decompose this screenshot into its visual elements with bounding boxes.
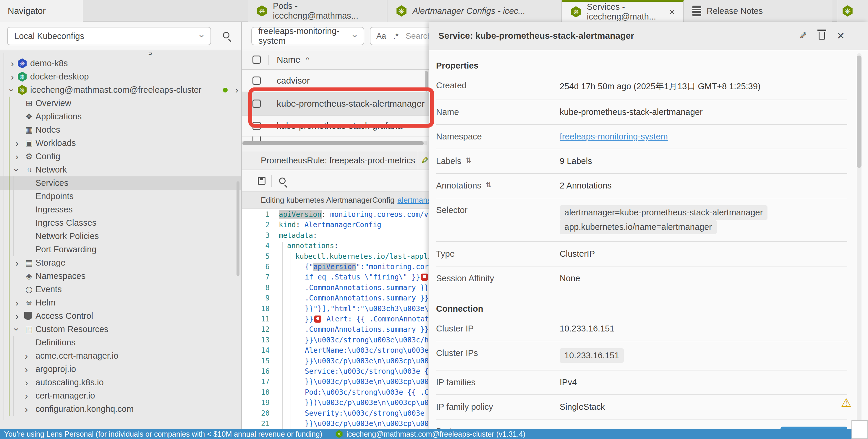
services-table-header: Name ^ [242,50,429,70]
table-row-item[interactable] [242,136,429,141]
chevron-right-icon[interactable]: › [25,378,28,387]
code-token: monitoring.coreos.com/v1 [330,210,429,218]
name-column-header[interactable]: Name [277,55,300,65]
navigator-scrollbar[interactable] [237,181,240,276]
editing-resource-link[interactable]: alertmanager [397,196,429,205]
sidebar-item-ingress-classes[interactable]: Ingress Classes [0,216,241,230]
detail-scrollbar[interactable] [857,53,862,426]
detail-row-value: 10.233.16.151 [560,324,847,334]
sidebar-item-ingresses[interactable]: Ingresses [0,203,241,216]
namespace-link[interactable]: freeleaps-monitoring-system [560,132,668,141]
tab-alertmanager-configs-icec[interactable]: ⎈Alertmanager Configs - icec... [387,0,562,22]
chevron-down-icon[interactable]: › [12,168,22,171]
sidebar-item-port-forwarding[interactable]: Port Forwarding [0,243,241,256]
chevron-right-icon[interactable]: › [16,139,19,148]
sidebar-item-autoscaling-k8s-io[interactable]: ›autoscaling.k8s.io [0,376,241,389]
chevron-right-icon[interactable]: › [25,351,28,361]
row-checkbox[interactable] [252,76,261,85]
chevron-right-icon[interactable]: › [235,85,238,95]
sidebar-item-helm[interactable]: ›⎈Helm [0,296,241,309]
chevron-down-icon[interactable]: › [7,88,17,92]
sidebar-item-applications[interactable]: ❖Applications [0,110,241,123]
chevron-right-icon[interactable]: › [16,152,19,161]
active-cluster-status[interactable]: ⎈ icecheng@mathmast.com@freeleaps-cluste… [335,430,525,438]
close-icon[interactable]: × [837,30,844,42]
detail-row-label: Type [436,249,560,259]
chevron-right-icon[interactable]: › [11,59,14,68]
sidebar-item-acme-cert-manager-io[interactable]: ›acme.cert-manager.io [0,349,241,363]
table-search-input[interactable]: Aa .* Search [370,27,429,45]
match-case-toggle[interactable]: Aa [376,32,386,41]
sidebar-item-icecheng-mathmast-com-freeleap[interactable]: ›⎈icecheng@mathmast.com@freeleaps-cluste… [0,83,241,97]
sidebar-item-config[interactable]: ›⚙Config [0,150,241,163]
label-text: Cluster IP [436,324,474,334]
edit-pencil-icon[interactable]: ✎ [421,156,428,166]
red-highlight-annotation [248,88,434,128]
close-tab-icon[interactable]: × [669,6,675,18]
service-name: cadvisor [277,76,310,86]
sidebar-item-network[interactable]: ›↑↓Network [0,163,241,176]
sidebar-item-docker-desktop[interactable]: ›⎈docker-desktop [0,70,241,83]
prometheusrule-dock-tab[interactable]: PrometheusRule: freepeals-prod-metrics ✎ [242,151,429,170]
code-token: {" [305,263,313,271]
corner-overlay-box [851,420,868,439]
sidebar-item-label: demo-k8s [30,59,68,68]
sidebar-item-nodes[interactable]: ▦Nodes [0,123,241,136]
sidebar-item-access-control[interactable]: ›Access Control [0,309,241,323]
sidebar-item-demo-k8s[interactable]: ›⎈demo-k8s [0,57,241,70]
table-horizontal-scrollbar[interactable] [242,141,427,145]
sidebar-item-custom-resources[interactable]: ›◳Custom Resources [0,323,241,336]
alarm-emoji [314,315,321,323]
kubernetes-icon: ⎈ [17,72,27,82]
select-all-checkbox[interactable] [252,56,261,64]
sidebar-item-workloads[interactable]: ›▣Workloads [0,136,241,150]
sidebar-item-endpoints[interactable]: Endpoints [0,190,241,203]
regex-toggle[interactable]: .* [393,32,399,41]
sort-ascending-icon[interactable]: ^ [306,55,309,64]
line-number: 4 [242,242,270,250]
sidebar-item-network-policies[interactable]: Network Policies [0,230,241,243]
sort-arrows-icon[interactable]: ⇅ [465,156,471,165]
sidebar-item-events[interactable]: ◷Events [0,283,241,296]
sidebar-item-argoproj-io[interactable]: ›argoproj.io [0,363,241,376]
chevron-right-icon[interactable]: › [16,258,19,268]
sidebar-item-label: configuration.konghq.com [35,404,134,414]
sort-arrows-icon[interactable]: ⇅ [486,181,491,189]
tab-overflow-area[interactable]: ⎈ [837,0,868,22]
chevron-right-icon[interactable]: › [16,298,19,308]
chevron-down-icon[interactable]: › [12,328,22,331]
kubeconfig-source-select[interactable]: Local Kubeconfigs › [7,27,211,45]
tab-release-notes[interactable]: Release Notes [684,0,832,22]
code-line: 19}})\u003c/p\u003e\n\u003cp\u00 [242,399,429,409]
editor-search-icon[interactable] [279,177,286,184]
save-icon[interactable] [258,177,266,184]
edit-icon[interactable]: ✎ [799,30,807,41]
code-token: .CommonAnnotations.summary }}- [305,294,429,302]
chevron-right-icon[interactable]: › [25,391,28,401]
sidebar-item-services[interactable]: Services [0,176,241,190]
sidebar-item-configuration-konghq-com[interactable]: ›configuration.konghq.com [0,402,241,416]
indent-guide [282,242,283,429]
label-text: Namespace [436,132,482,141]
search-icon[interactable] [223,32,229,38]
sidebar-item-storage[interactable]: ›▤Storage [0,256,241,269]
chevron-right-icon[interactable]: › [11,72,14,81]
row-checkbox[interactable] [252,136,261,141]
stop-remove-button[interactable]: Stop/Remove [780,427,847,429]
tab-pods-icecheng-mathmas[interactable]: ⎈Pods - icecheng@mathmas... [248,0,387,22]
license-status-text: You're using Lens Personal (for individu… [4,430,322,438]
sidebar-item-overview[interactable]: ⊞Overview [0,97,241,110]
sidebar-item-definitions[interactable]: Definitions [0,336,241,349]
delete-icon[interactable] [818,32,825,40]
chevron-right-icon[interactable]: › [25,404,28,414]
chevron-right-icon[interactable]: › [25,365,28,374]
sidebar-item-cert-manager-io[interactable]: ›cert-manager.io [0,389,241,402]
namespace-select[interactable]: freeleaps-monitoring-system › [251,27,364,45]
yaml-editor[interactable]: 1apiVersion: monitoring.coreos.com/v12ki… [242,209,429,429]
sidebar-item-namespaces[interactable]: ◈Namespaces [0,269,241,283]
properties-rows: Created254d 17h 50m ago (2025年1月13日 GMT+… [436,74,847,291]
chevron-down-icon: › [197,34,207,37]
detail-row-label: Namespace [436,132,560,141]
tab-services-icecheng-math[interactable]: ⎈Services - icecheng@math...× [562,0,684,22]
chevron-right-icon[interactable]: › [16,311,19,321]
